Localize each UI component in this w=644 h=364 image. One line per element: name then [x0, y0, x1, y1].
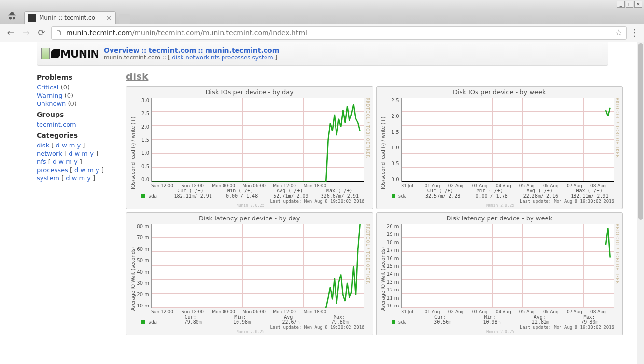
legend-color-icon — [141, 194, 145, 198]
chart-panel-3[interactable]: Disk latency per device - by week Averag… — [376, 212, 623, 335]
problem-link-critical[interactable]: Critical — [37, 84, 58, 91]
munin-logo[interactable]: MUNIN — [41, 46, 99, 61]
cat-system-y[interactable]: y — [87, 175, 91, 182]
chart-plot-area — [401, 98, 615, 182]
page-info-icon[interactable]: 🗋 — [56, 29, 63, 37]
chart-panel-1[interactable]: Disk IOs per device - by week IOs/second… — [376, 86, 623, 209]
cat-processes-y[interactable]: y — [96, 166, 99, 174]
group-link[interactable]: tecmint.com — [37, 121, 76, 128]
cat-system-d[interactable]: d — [66, 175, 70, 182]
back-button[interactable]: ← — [5, 27, 16, 39]
reload-button[interactable]: ⟳ — [36, 27, 47, 39]
problem-item: Critical (0) — [37, 83, 111, 91]
category-link-system[interactable]: system — [37, 175, 59, 182]
munin-version: Munin 2.0.25 — [387, 330, 615, 334]
chart-title: Disk latency per device - by week — [379, 215, 620, 222]
tab-close-icon[interactable]: × — [106, 14, 112, 22]
subcat-network[interactable]: network — [185, 54, 209, 61]
cat-network-m[interactable]: m — [82, 150, 88, 157]
cat-network-y[interactable]: y — [90, 150, 94, 157]
cat-processes-m[interactable]: m — [87, 166, 94, 174]
chart-panel-2[interactable]: Disk latency per device - by day Average… — [126, 212, 373, 335]
chart-xticks: Sun 12:00Sun 18:00Mon 00:00Mon 06:00Mon … — [137, 182, 364, 188]
cat-disk-y[interactable]: y — [77, 142, 81, 149]
page-viewport: MUNIN Overview :: tecmint.com :: munin.t… — [0, 42, 644, 364]
last-update: Last update: Mon Aug 8 19:30:02 2016 — [387, 199, 615, 204]
sidebar: Problems Critical (0)Warning (0)Unknown … — [10, 71, 116, 335]
window-maximize-button[interactable]: □ — [626, 1, 633, 8]
problem-item: Warning (0) — [37, 91, 111, 100]
problem-link-unknown[interactable]: Unknown — [37, 100, 66, 107]
cat-nfs-m[interactable]: m — [66, 158, 72, 165]
tab-favicon — [28, 14, 36, 22]
breadcrumb-host[interactable]: munin.tecmint.com — [205, 46, 279, 54]
rrdtool-label: RRDTOOL / TOBI OETIKER — [614, 98, 619, 208]
subcat-disk[interactable]: disk — [172, 54, 183, 61]
rrdtool-label: RRDTOOL / TOBI OETIKER — [364, 98, 370, 208]
address-bar[interactable]: 🗋 munin.tecmint.com/munin/tecmint.com/mu… — [51, 26, 627, 40]
category-link-disk[interactable]: disk — [37, 142, 49, 149]
subcat-nfs[interactable]: nfs — [211, 54, 220, 61]
browser-toolbar: ← → ⟳ 🗋 munin.tecmint.com/munin/tecmint.… — [0, 24, 644, 42]
sidebar-groups-title: Groups — [37, 111, 111, 118]
legend-label: sda — [398, 320, 419, 325]
chart-panel-0[interactable]: Disk IOs per device - by day IOs/second … — [126, 86, 373, 209]
window-titlebar: _ □ ✕ — [0, 0, 644, 9]
group-item: tecmint.com — [37, 120, 111, 129]
problem-link-warning[interactable]: Warning — [37, 92, 62, 99]
munin-version: Munin 2.0.25 — [137, 204, 364, 208]
legend-color-icon — [392, 320, 395, 324]
new-tab-button[interactable] — [119, 14, 130, 24]
rrdtool-label: RRDTOOL / TOBI OETIKER — [614, 224, 619, 334]
category-link-network[interactable]: network — [37, 150, 62, 157]
cat-nfs-w[interactable]: w — [58, 158, 64, 165]
cat-nfs-d[interactable]: d — [53, 158, 56, 165]
last-update: Last update: Mon Aug 8 19:30:02 2016 — [387, 325, 615, 330]
breadcrumb-sub: munin.tecmint.com :: [ disk network nfs … — [104, 54, 279, 61]
cat-disk-w[interactable]: w — [62, 142, 67, 149]
category-item: network [ d w m y ] — [37, 149, 111, 158]
chart-yticks: 80 m70 m60 m50 m40 m30 m20 m10 m — [137, 224, 151, 308]
section-title: disk — [126, 71, 623, 82]
category-item: disk [ d w m y ] — [37, 141, 111, 149]
window-minimize-button[interactable]: _ — [617, 1, 625, 8]
cat-system-w[interactable]: w — [72, 175, 77, 182]
chart-plot-area — [151, 98, 364, 182]
chart-plot-area — [401, 224, 615, 308]
cat-system-m[interactable]: m — [79, 175, 85, 182]
chart-title: Disk latency per device - by day — [129, 215, 370, 222]
cat-network-w[interactable]: w — [75, 150, 80, 157]
breadcrumb-domain[interactable]: tecmint.com — [149, 46, 196, 54]
cat-nfs-y[interactable]: y — [74, 158, 78, 165]
chart-plot-area — [151, 224, 364, 308]
url-text: munin.tecmint.com/munin/tecmint.com/muni… — [66, 29, 616, 37]
chart-title: Disk IOs per device - by day — [129, 88, 370, 96]
category-item: processes [ d w m y ] — [37, 166, 111, 174]
scrollbar-thumb[interactable] — [638, 43, 643, 220]
cat-network-d[interactable]: d — [69, 150, 72, 157]
subcat-processes[interactable]: processes — [222, 54, 251, 61]
scrollbar[interactable] — [637, 42, 644, 364]
browser-menu-icon[interactable]: ⋮ — [630, 28, 639, 38]
category-link-processes[interactable]: processes — [37, 166, 68, 174]
cat-processes-d[interactable]: d — [74, 166, 78, 174]
chart-xticks: 31 Jul01 Aug02 Aug03 Aug04 Aug05 Aug06 A… — [387, 308, 615, 314]
cat-disk-d[interactable]: d — [56, 142, 60, 149]
subcat-system[interactable]: system — [252, 54, 273, 61]
chart-ylabel: IOs/second read (-) / write (+) — [379, 98, 387, 208]
legend-label: sda — [148, 193, 168, 199]
bookmark-star-icon[interactable]: ☆ — [616, 28, 622, 37]
legend-label: sda — [148, 320, 168, 325]
cat-processes-w[interactable]: w — [81, 166, 86, 174]
forward-button[interactable]: → — [20, 27, 32, 39]
category-link-nfs[interactable]: nfs — [37, 158, 46, 165]
browser-tab[interactable]: Munin :: tecmint.co × — [24, 11, 116, 24]
breadcrumb-overview[interactable]: Overview — [104, 46, 140, 54]
window-close-button[interactable]: ✕ — [634, 1, 642, 8]
rrdtool-label: RRDTOOL / TOBI OETIKER — [364, 224, 370, 334]
chart-xticks: Sun 12:00Sun 18:00Mon 00:00Mon 06:00Mon … — [137, 308, 364, 314]
chart-yticks: 20 m19 m18 m17 m16 m15 m14 m13 m12 m11 m… — [387, 224, 401, 308]
munin-header: MUNIN Overview :: tecmint.com :: munin.t… — [37, 42, 608, 66]
last-update: Last update: Mon Aug 8 19:30:02 2016 — [137, 199, 364, 204]
cat-disk-m[interactable]: m — [69, 142, 75, 149]
